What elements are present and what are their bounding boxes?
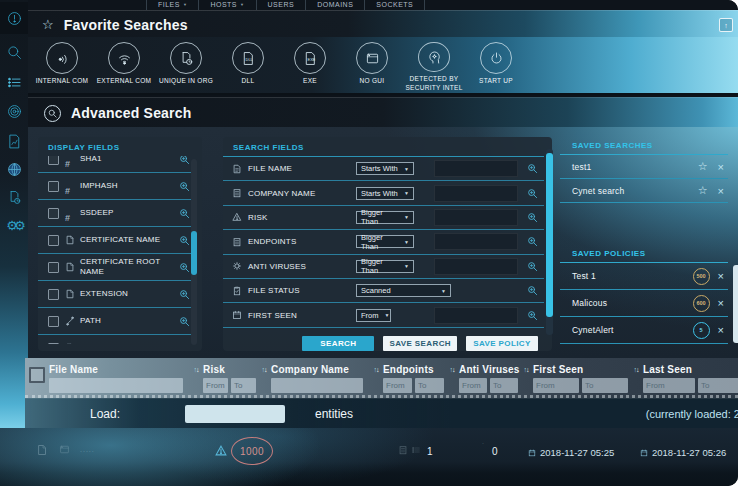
favorite-exe[interactable]: EXEEXE (279, 37, 341, 93)
column-header-label[interactable]: Last Seen (643, 363, 738, 377)
filter-from-input[interactable] (383, 378, 412, 393)
saved-policy-malicous[interactable]: Malicous600× (560, 290, 728, 317)
favorite-no-gui[interactable]: NO GUI (341, 37, 403, 93)
filter-input[interactable] (49, 378, 183, 393)
filter-from-input[interactable] (459, 378, 487, 393)
zoom-icon[interactable] (527, 236, 538, 247)
favorite-unique-in-org[interactable]: UNIQUE IN ORG (155, 37, 217, 93)
star-icon[interactable]: ☆ (698, 184, 708, 197)
filter-to-input[interactable] (582, 378, 628, 393)
column-header-label[interactable]: Company Name (271, 363, 369, 377)
zoom-icon[interactable] (179, 289, 190, 300)
operator-select[interactable]: Bigger Than▼ (356, 260, 414, 273)
operator-select[interactable]: Bigger Than▼ (356, 211, 414, 224)
sidebar-item-report-chart[interactable] (0, 127, 28, 155)
search-button[interactable]: SEARCH (302, 336, 374, 351)
close-icon[interactable]: × (718, 297, 724, 309)
column-header-label[interactable]: First Seen (533, 363, 629, 377)
field-value-input[interactable] (434, 307, 518, 324)
sort-arrows[interactable]: ↑↓ (369, 363, 383, 393)
filter-to-input[interactable] (698, 378, 738, 393)
load-count-input[interactable] (185, 405, 285, 423)
sidebar-item-list-detail[interactable] (0, 68, 28, 96)
field-value-input[interactable] (434, 258, 518, 275)
filter-to-input[interactable] (415, 378, 444, 393)
column-header-label[interactable]: File Name (49, 363, 189, 377)
save-search-button[interactable]: SAVE SEARCH (383, 336, 457, 351)
favorite-internal-com[interactable]: INTERNAL COM (31, 37, 93, 93)
zoom-icon[interactable] (179, 156, 190, 165)
operator-select[interactable]: Bigger Than▼ (356, 235, 414, 248)
favorite-dll[interactable]: DLLDLL (217, 37, 279, 93)
sidebar-item-globe[interactable] (0, 155, 28, 183)
zoom-icon[interactable] (527, 188, 538, 199)
scrollbar-thumb[interactable] (546, 153, 553, 317)
filter-from-input[interactable] (643, 378, 695, 393)
sidebar-item-search[interactable] (0, 38, 28, 66)
zoom-icon[interactable] (527, 163, 538, 174)
favorite-external-com[interactable]: EXTERNAL COM (93, 37, 155, 93)
filter-to-input[interactable] (231, 378, 256, 393)
sort-arrows[interactable]: ↑↓ (445, 363, 459, 393)
alert-count-badge[interactable]: 1000 (231, 437, 273, 465)
scrollbar-thumb[interactable] (191, 231, 197, 275)
zoom-icon[interactable] (179, 235, 190, 246)
select-all-checkbox[interactable] (29, 367, 45, 383)
close-icon[interactable]: × (718, 161, 724, 173)
checkbox[interactable] (48, 156, 59, 165)
field-value-input[interactable] (434, 185, 518, 202)
filter-to-input[interactable] (490, 378, 518, 393)
checkbox[interactable] (48, 208, 59, 219)
sidebar-item-gears[interactable]: ⚙⚙ (0, 211, 28, 239)
column-header-label[interactable]: Anti Viruses (459, 363, 519, 377)
sort-arrows[interactable]: ↑↓ (629, 363, 643, 393)
saved-search-test1[interactable]: test1☆× (560, 155, 728, 179)
sidebar-item-alert-dial[interactable] (0, 2, 28, 34)
field-value-input[interactable] (434, 233, 518, 250)
display-fields-scrollbar[interactable] (191, 159, 197, 345)
zoom-icon[interactable] (179, 343, 190, 345)
close-icon[interactable]: × (718, 270, 724, 282)
field-value-input[interactable] (434, 160, 518, 177)
checkbox[interactable] (48, 235, 59, 246)
column-header-label[interactable]: Risk (203, 363, 257, 377)
save-policy-button[interactable]: SAVE POLICY (466, 336, 538, 351)
favorite-start-up[interactable]: START UP (465, 37, 527, 93)
search-panel-scrollbar[interactable] (546, 149, 553, 335)
filter-from-input[interactable] (533, 378, 579, 393)
sidebar-item-file-clock[interactable] (0, 183, 28, 211)
operator-select[interactable]: Scanned▼ (356, 284, 451, 297)
column-header-label[interactable]: Endpoints (383, 363, 445, 377)
zoom-icon[interactable] (527, 310, 538, 321)
close-icon[interactable]: × (718, 185, 724, 197)
checkbox[interactable] (48, 181, 59, 192)
field-value-input[interactable] (434, 209, 518, 226)
checkbox[interactable] (48, 262, 59, 273)
saved-policy-cynetalert[interactable]: CynetAlert5× (560, 317, 728, 344)
zoom-icon[interactable] (179, 262, 190, 273)
zoom-icon[interactable] (527, 212, 538, 223)
filter-input[interactable] (271, 378, 363, 393)
operator-select[interactable]: Starts With▼ (356, 162, 414, 175)
operator-select[interactable]: Starts With▼ (356, 187, 414, 200)
saved-column-scrollbar[interactable] (733, 265, 738, 343)
saved-policy-test-1[interactable]: Test 1500× (560, 263, 728, 290)
zoom-icon[interactable] (179, 181, 190, 192)
zoom-icon[interactable] (179, 208, 190, 219)
sort-arrows[interactable]: ↑↓ (519, 363, 533, 393)
filter-from-input[interactable] (203, 378, 228, 393)
zoom-icon[interactable] (179, 316, 190, 327)
zoom-icon[interactable] (527, 261, 538, 272)
checkbox[interactable] (48, 343, 59, 345)
favorite-detected-by-security-intel[interactable]: DETECTED BY SECURITY INTEL (403, 37, 465, 93)
saved-search-cynet-search[interactable]: Cynet search☆× (560, 179, 728, 203)
checkbox[interactable] (48, 289, 59, 300)
sort-arrows[interactable]: ↑↓ (189, 363, 203, 393)
zoom-icon[interactable] (527, 285, 538, 296)
operator-select[interactable]: From▼ (356, 309, 391, 322)
star-icon[interactable]: ☆ (698, 160, 708, 173)
sort-arrows[interactable]: ↑↓ (257, 363, 271, 393)
collapse-panel-icon[interactable]: ↑ (719, 18, 733, 32)
checkbox[interactable] (48, 316, 59, 327)
sidebar-item-target[interactable] (0, 97, 28, 125)
